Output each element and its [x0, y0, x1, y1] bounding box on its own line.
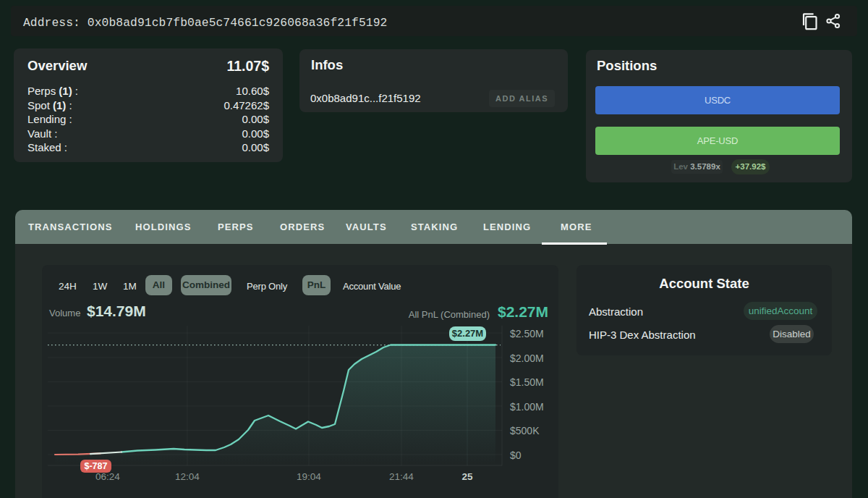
svg-text:$1.50M: $1.50M — [510, 376, 544, 388]
svg-text:21:44: 21:44 — [389, 471, 414, 482]
svg-text:19:04: 19:04 — [297, 471, 321, 482]
svg-text:$2.00M: $2.00M — [510, 353, 544, 364]
svg-text:25: 25 — [461, 471, 473, 482]
svg-text:12:04: 12:04 — [175, 471, 200, 482]
svg-text:$0: $0 — [510, 450, 522, 461]
svg-text:06:24: 06:24 — [95, 471, 120, 482]
svg-text:$500K: $500K — [510, 425, 540, 436]
svg-text:$1.00M: $1.00M — [510, 401, 544, 413]
svg-text:$2.50M: $2.50M — [510, 328, 544, 339]
